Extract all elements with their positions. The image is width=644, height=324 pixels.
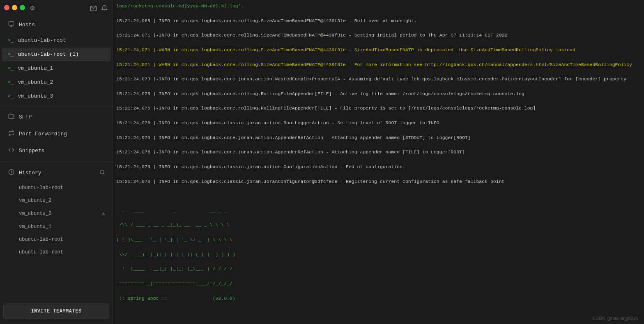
- host-name: ubuntu-lab-root (1): [18, 51, 79, 57]
- port-forwarding-label: Port Forwarding: [19, 131, 105, 137]
- history-item-name: vm_ubuntu_2: [19, 198, 51, 203]
- history-item-name: ubuntu-lab-root: [19, 249, 63, 255]
- port-forwarding-icon: [7, 130, 15, 138]
- hosts-list: >_ ubuntu-lab-root >_ ubuntu-lab-root (1…: [0, 33, 113, 103]
- snippets-label: Snippets: [19, 148, 105, 154]
- history-item-0[interactable]: ubuntu-lab-root: [2, 182, 111, 194]
- host-name: vm_ubuntu_3: [18, 93, 53, 99]
- divider-1: [0, 106, 113, 106]
- traffic-lights: [4, 5, 25, 10]
- divider-2: [0, 162, 113, 162]
- svg-line-6: [104, 173, 105, 174]
- sidebar: ⚙ Hosts >_ ubuntu-lab-ro: [0, 0, 113, 324]
- history-item-1[interactable]: vm_ubuntu_2: [2, 194, 111, 207]
- host-name: vm_ubuntu_2: [18, 79, 53, 85]
- history-label: History: [19, 170, 95, 176]
- host-name: ubuntu-lab-root: [18, 37, 66, 43]
- close-button[interactable]: [4, 5, 9, 10]
- history-item-5[interactable]: ubuntu-lab-root: [2, 246, 111, 258]
- notifications-button[interactable]: [101, 5, 108, 11]
- watermark: CSDN @haiqiang0225: [593, 316, 638, 321]
- history-nav-item[interactable]: History: [2, 165, 111, 181]
- settings-button[interactable]: ⚙: [30, 5, 35, 12]
- history-item-4[interactable]: ubuntu-lab-root: [2, 233, 111, 246]
- hosts-icon: [7, 21, 15, 29]
- history-icon: [7, 169, 15, 177]
- maximize-button[interactable]: [20, 5, 25, 10]
- history-search-icon[interactable]: [99, 169, 105, 177]
- history-list: ubuntu-lab-root vm_ubuntu_2 vm_ubuntu_2 …: [0, 181, 113, 259]
- history-item-name: ubuntu-lab-root: [19, 185, 63, 191]
- hosts-label: Hosts: [19, 22, 105, 28]
- compose-button[interactable]: [90, 5, 97, 12]
- invite-teammates-button[interactable]: INVITE TEAMMATES: [3, 303, 109, 319]
- history-item-2[interactable]: vm_ubuntu_2 ⚠: [2, 207, 111, 220]
- history-item-name: ubuntu-lab-root: [19, 237, 63, 242]
- snippets-nav-item[interactable]: Snippets: [2, 143, 111, 159]
- terminal-area: logs/rocketmq-console-%d{yyyy-MM-dd}.%i.…: [113, 0, 644, 324]
- host-name: vm_ubuntu_1: [18, 65, 53, 71]
- sftp-icon: [7, 113, 15, 121]
- sftp-label: SFTP: [19, 114, 105, 120]
- minimize-button[interactable]: [12, 5, 17, 10]
- host-item-vm-ubuntu-1[interactable]: >_ vm_ubuntu_1: [2, 62, 111, 75]
- sftp-nav-item[interactable]: SFTP: [2, 109, 111, 125]
- host-item-ubuntu-lab-root-1[interactable]: >_ ubuntu-lab-root: [2, 34, 111, 47]
- warning-icon: ⚠: [102, 210, 105, 217]
- host-item-ubuntu-lab-root-active[interactable]: >_ ubuntu-lab-root (1): [2, 48, 111, 61]
- port-forwarding-nav-item[interactable]: Port Forwarding: [2, 126, 111, 142]
- history-item-name: vm_ubuntu_2: [19, 211, 51, 217]
- history-item-3[interactable]: vm_ubuntu_1: [2, 221, 111, 233]
- terminal-output[interactable]: logs/rocketmq-console-%d{yyyy-MM-dd}.%i.…: [113, 0, 644, 324]
- svg-rect-1: [9, 22, 14, 25]
- svg-point-5: [100, 170, 104, 173]
- host-item-vm-ubuntu-2[interactable]: >_ vm_ubuntu_2: [2, 75, 111, 89]
- hosts-nav-item[interactable]: Hosts: [2, 17, 111, 33]
- snippets-icon: [7, 147, 15, 155]
- history-item-name: vm_ubuntu_1: [19, 224, 51, 230]
- host-item-vm-ubuntu-3[interactable]: >_ vm_ubuntu_3: [2, 89, 111, 103]
